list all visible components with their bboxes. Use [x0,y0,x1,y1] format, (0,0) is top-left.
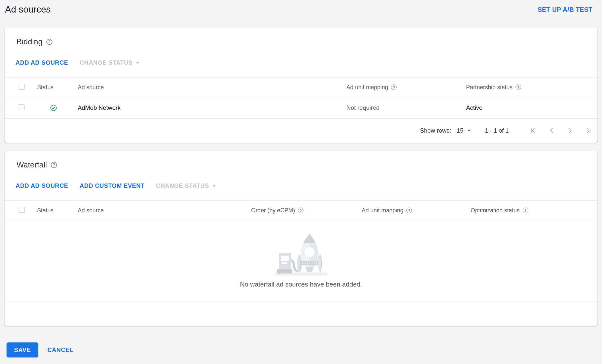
bidding-pagination: Show rows: 15 1 - 1 of 1 [5,119,597,143]
row-checkbox[interactable] [19,104,25,110]
rows-per-page-value: 15 [457,127,464,134]
waterfall-footer-strip [5,302,597,326]
rows-per-page-select[interactable]: 15 [456,127,472,138]
bidding-change-status-button[interactable]: CHANGE STATUS [80,59,140,66]
waterfall-help-icon[interactable]: ? [51,162,57,168]
rocket-and-fuel-pump-illustration [272,231,330,277]
bidding-title: Bidding [17,37,42,47]
chevron-left-icon [548,127,555,134]
waterfall-empty-state: No waterfall ad sources have been added. [5,220,597,302]
ad-sources-page: Ad sources SET UP A/B TEST Bidding ? ADD… [0,0,602,357]
save-button[interactable]: SAVE [7,342,38,357]
waterfall-col-order: Order (by eCPM) ? [251,207,362,214]
waterfall-empty-message: No waterfall ad sources have been added. [240,281,362,288]
waterfall-col-status: Status [37,207,78,214]
waterfall-change-status-button[interactable]: CHANGE STATUS [156,182,216,189]
bidding-col-ad-source: Ad source [78,84,346,91]
bidding-col-status: Status [37,84,78,91]
waterfall-title-row: Waterfall ? [5,151,597,170]
bidding-title-row: Bidding ? [5,28,597,47]
cancel-button[interactable]: CANCEL [47,346,73,353]
show-rows-label: Show rows: [420,127,451,134]
bidding-table-header: Status Ad source Ad unit mapping ? Partn… [5,77,597,97]
waterfall-card: Waterfall ? ADD AD SOURCE ADD CUSTOM EVE… [5,151,597,326]
row-ad-unit-mapping: Not required [346,104,466,111]
waterfall-header-checkbox-cell [19,207,37,214]
waterfall-add-ad-source-button[interactable]: ADD AD SOURCE [16,182,68,189]
bidding-card: Bidding ? ADD AD SOURCE CHANGE STATUS St… [5,28,597,143]
waterfall-col-optimization-status: Optimization status ? [471,207,597,214]
bidding-change-status-label: CHANGE STATUS [80,59,133,66]
row-status-cell [50,105,78,111]
waterfall-table-header: Status Ad source Order (by eCPM) ? Ad un… [5,200,597,220]
waterfall-col-ad-unit-mapping: Ad unit mapping ? [362,207,471,214]
next-page-button[interactable] [567,127,573,134]
pager-controls [530,127,592,134]
last-page-button[interactable] [585,127,592,134]
page-range-label: 1 - 1 of 1 [485,127,509,134]
first-page-button[interactable] [530,127,536,134]
set-up-ab-test-button[interactable]: SET UP A/B TEST [538,6,592,13]
waterfall-toolbar: ADD AD SOURCE ADD CUSTOM EVENT CHANGE ST… [5,170,597,200]
waterfall-select-all-checkbox[interactable] [19,207,25,213]
previous-page-button[interactable] [548,127,555,134]
partnership-status-help-icon[interactable]: ? [515,84,521,90]
waterfall-col-ad-source: Ad source [78,207,251,214]
bidding-header-checkbox-cell [19,84,37,91]
row-partnership-status: Active [466,104,597,111]
page-header: Ad sources SET UP A/B TEST [0,0,602,18]
table-row: AdMob Network Not required Active [5,97,597,119]
waterfall-ad-unit-mapping-help-icon[interactable]: ? [406,208,412,213]
page-title: Ad sources [5,4,51,15]
waterfall-change-status-label: CHANGE STATUS [156,182,209,189]
chevron-down-icon [212,185,216,187]
select-caret-icon [467,130,471,132]
order-ecpm-help-icon[interactable]: ? [298,208,304,213]
bidding-help-icon[interactable]: ? [46,39,52,45]
check-circle-icon [50,105,57,111]
ad-unit-mapping-help-icon[interactable]: ? [391,84,397,90]
first-page-icon [530,127,536,134]
waterfall-title: Waterfall [17,160,47,170]
select-all-checkbox[interactable] [19,84,25,90]
page-footer: SAVE CANCEL [7,342,602,357]
last-page-icon [585,127,592,134]
chevron-down-icon [136,62,140,64]
bidding-add-ad-source-button[interactable]: ADD AD SOURCE [16,59,68,66]
bidding-col-ad-unit-mapping: Ad unit mapping ? [346,84,466,91]
bidding-toolbar: ADD AD SOURCE CHANGE STATUS [5,47,597,77]
row-ad-source: AdMob Network [78,104,346,111]
chevron-right-icon [567,127,573,134]
bidding-col-partnership-status: Partnership status ? [466,84,597,91]
optimization-status-help-icon[interactable]: ? [523,208,528,213]
waterfall-add-custom-event-button[interactable]: ADD CUSTOM EVENT [80,182,145,189]
row-checkbox-cell [19,104,37,111]
